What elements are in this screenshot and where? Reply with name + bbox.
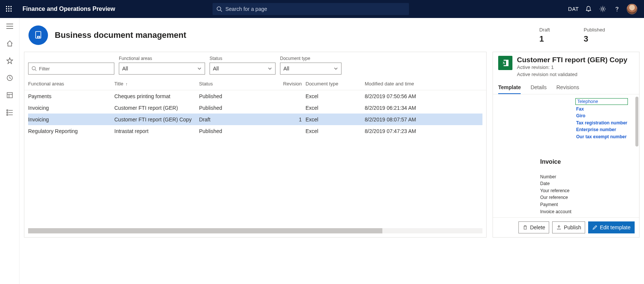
svg-rect-28 (7, 110, 8, 111)
svg-rect-32 (7, 114, 8, 115)
pencil-icon (592, 225, 598, 230)
filter-input[interactable]: Filter (28, 63, 114, 75)
table-row[interactable]: Regulatory ReportingIntrastat reportPubl… (28, 125, 482, 137)
svg-line-16 (601, 7, 602, 8)
excel-icon: X (498, 56, 512, 70)
filter-icon (31, 66, 37, 71)
cell-modified: 8/2/2019 06:21:34 AM (365, 105, 422, 111)
stat-published-label: Published (584, 27, 605, 33)
col-header-title[interactable]: Title↑ (114, 81, 199, 87)
workspaces-icon[interactable] (6, 91, 13, 99)
preview-field-label: Your reference (540, 187, 633, 194)
preview-field-label: Our reference (540, 194, 633, 201)
hamburger-icon[interactable] (6, 22, 13, 30)
tab-details[interactable]: Details (530, 84, 547, 94)
preview-field-label: Invoice account (540, 208, 633, 215)
recent-icon[interactable] (6, 74, 13, 82)
grid-header-row: Functional areas Title↑ Status Revision … (24, 78, 486, 90)
page-icon (28, 25, 48, 45)
col-header-status[interactable]: Status (199, 81, 282, 87)
cell-functional: Payments (28, 93, 114, 99)
cell-doctype: Excel (302, 93, 365, 99)
table-row[interactable]: InvoicingCustomer FTI report (GER)Publis… (28, 102, 482, 114)
svg-rect-1 (8, 6, 9, 7)
preview-field-label: Payment (540, 201, 633, 208)
gear-icon[interactable] (598, 4, 607, 13)
search-input[interactable]: Search for a page (213, 3, 409, 15)
waffle-icon[interactable] (0, 0, 18, 18)
tab-template[interactable]: Template (498, 84, 521, 94)
stat-draft-label: Draft (539, 27, 550, 33)
publish-button[interactable]: Publish (552, 221, 585, 233)
cell-doctype: Excel (302, 117, 365, 123)
svg-point-37 (32, 67, 36, 70)
avatar[interactable] (627, 4, 637, 14)
doctype-filter-label: Document type (280, 56, 341, 61)
functional-areas-combo[interactable]: All (119, 63, 205, 75)
preview-link: Giro (576, 112, 633, 120)
col-header-revision[interactable]: Revision (282, 81, 302, 87)
preview-field-label: Date (540, 180, 633, 187)
preview-scrollbar[interactable] (635, 97, 638, 215)
cell-status: Published (199, 105, 282, 111)
star-icon[interactable] (6, 57, 13, 64)
col-header-modified[interactable]: Modified date and time (365, 81, 422, 87)
svg-rect-30 (7, 112, 8, 113)
modules-icon[interactable] (6, 109, 13, 116)
details-tabs: Template Details Revisions (493, 81, 639, 94)
details-title: Customer FTI report (GER) Copy (517, 56, 628, 64)
edit-template-button[interactable]: Edit template (588, 221, 635, 233)
page-title: Business document management (55, 30, 186, 40)
stat-published-value: 3 (584, 34, 605, 44)
cell-functional: Regulatory Reporting (28, 128, 114, 134)
cell-modified: 8/2/2019 07:50:56 AM (365, 93, 422, 99)
doctype-combo[interactable]: All (280, 63, 341, 75)
preview-link: Tax registration number (576, 120, 633, 127)
stat-published: Published 3 (584, 27, 605, 44)
top-right-controls: DAT (568, 4, 644, 14)
cell-functional: Invoicing (28, 117, 114, 123)
svg-point-20 (617, 11, 617, 12)
table-row[interactable]: InvoicingCustomer FTI report (GER) CopyD… (28, 114, 482, 125)
preview-invoice-heading: Invoice (540, 158, 633, 165)
table-row[interactable]: PaymentsCheques printing formatPublished… (28, 90, 482, 102)
tab-revisions[interactable]: Revisions (556, 84, 579, 94)
cell-modified: 8/2/2019 08:07:57 AM (365, 117, 422, 123)
cell-status: Draft (199, 117, 282, 123)
home-icon[interactable] (6, 40, 13, 47)
col-header-doctype[interactable]: Document type (302, 81, 365, 87)
cell-title: Cheques printing format (114, 93, 199, 99)
delete-button[interactable]: Delete (518, 221, 549, 233)
svg-rect-8 (10, 10, 12, 12)
col-header-functional[interactable]: Functional areas (28, 81, 114, 87)
svg-rect-5 (10, 8, 12, 9)
search-icon (216, 6, 222, 12)
help-icon[interactable] (613, 4, 622, 13)
grid-body: PaymentsCheques printing formatPublished… (24, 90, 486, 225)
cell-revision: 1 (282, 117, 302, 123)
horizontal-scrollbar[interactable] (28, 228, 482, 233)
cell-doctype: Excel (302, 128, 365, 134)
company-code[interactable]: DAT (568, 6, 579, 12)
svg-rect-36 (38, 37, 39, 37)
stat-draft: Draft 1 (539, 27, 550, 44)
template-page: Telephone FaxGiroTax registration number… (498, 97, 637, 218)
cell-title: Intrastat report (114, 128, 199, 134)
bell-icon[interactable] (584, 4, 593, 13)
cell-functional: Invoicing (28, 105, 114, 111)
details-sub1: Active revision: 1 (517, 64, 628, 71)
trash-icon (523, 225, 528, 230)
svg-rect-2 (10, 6, 12, 7)
chevron-down-icon (334, 66, 338, 71)
svg-rect-25 (7, 93, 12, 98)
status-combo[interactable]: All (210, 63, 276, 75)
left-rail (0, 18, 19, 284)
cell-title: Customer FTI report (GER) Copy (114, 117, 199, 123)
svg-line-17 (604, 10, 605, 11)
app-title: Finance and Operations Preview (22, 6, 115, 12)
svg-point-11 (602, 8, 604, 10)
details-actions: Delete Publish Edit template (493, 217, 639, 237)
preview-link: Fax (576, 106, 633, 113)
preview-field-label: Number (540, 173, 633, 181)
svg-rect-6 (6, 10, 7, 12)
